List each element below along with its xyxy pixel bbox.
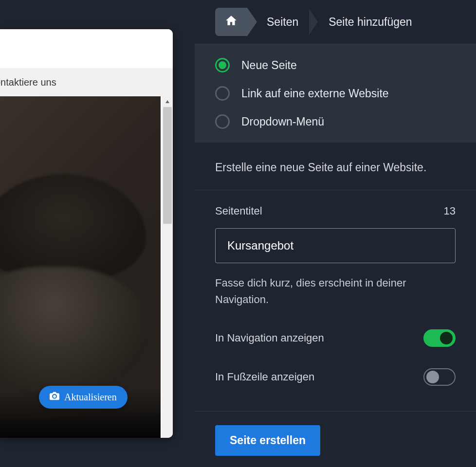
- create-page-button[interactable]: Seite erstellen: [215, 425, 320, 456]
- preview-hero: Aktualisieren: [0, 96, 161, 438]
- toggle-show-in-footer[interactable]: [423, 368, 456, 386]
- radio-dropdown-menu[interactable]: Dropdown-Menü: [215, 114, 456, 129]
- radio-label: Neue Seite: [241, 59, 297, 72]
- page-title-input[interactable]: [215, 228, 456, 263]
- update-button-label: Aktualisieren: [64, 392, 117, 403]
- breadcrumb-pages[interactable]: Seiten: [247, 8, 309, 36]
- breadcrumb-home[interactable]: [215, 8, 247, 36]
- camera-icon: [50, 392, 59, 403]
- preview-header: [0, 29, 173, 68]
- breadcrumb-label: Seite hinzufügen: [329, 16, 412, 29]
- toggle-nav-label: In Navigation anzeigen: [215, 332, 324, 344]
- title-hint: Fasse dich kurz, dies erscheint in deine…: [215, 275, 456, 308]
- update-button[interactable]: Aktualisieren: [39, 386, 128, 409]
- breadcrumb-label: Seiten: [267, 16, 298, 29]
- page-form: Erstelle eine neue Seite auf einer Websi…: [195, 143, 476, 386]
- radio-indicator: [215, 58, 230, 72]
- radio-label: Dropdown-Menü: [241, 115, 324, 128]
- scroll-up-icon[interactable]: [162, 96, 173, 107]
- page-type-radios: Neue Seite Link auf eine externe Website…: [195, 44, 476, 143]
- toggle-show-in-nav[interactable]: [423, 329, 456, 347]
- breadcrumb: Seiten Seite hinzufügen: [195, 0, 476, 44]
- home-icon: [225, 14, 238, 30]
- preview-scrollbar[interactable]: [162, 96, 173, 438]
- breadcrumb-add-page[interactable]: Seite hinzufügen: [309, 8, 422, 36]
- preview-nav-item[interactable]: ontaktiere uns: [0, 77, 56, 88]
- divider: [195, 190, 476, 190]
- scroll-thumb[interactable]: [163, 107, 172, 224]
- form-description: Erstelle eine neue Seite auf einer Websi…: [215, 161, 456, 174]
- radio-new-page[interactable]: Neue Seite: [215, 58, 456, 72]
- toggle-footer-label: In Fußzeile anzeigen: [215, 371, 314, 383]
- site-preview: ontaktiere uns Aktualisieren: [0, 29, 173, 438]
- radio-label: Link auf eine externe Website: [241, 87, 389, 100]
- title-label: Seitentitel: [215, 205, 262, 217]
- panel-footer: Seite erstellen: [195, 411, 476, 456]
- radio-indicator: [215, 86, 230, 101]
- radio-indicator: [215, 114, 230, 129]
- create-page-label: Seite erstellen: [230, 434, 306, 447]
- preview-nav: ontaktiere uns: [0, 68, 173, 96]
- title-char-count: 13: [444, 205, 456, 217]
- add-page-panel: Seiten Seite hinzufügen Neue Seite Link …: [195, 0, 476, 467]
- radio-external-link[interactable]: Link auf eine externe Website: [215, 86, 456, 101]
